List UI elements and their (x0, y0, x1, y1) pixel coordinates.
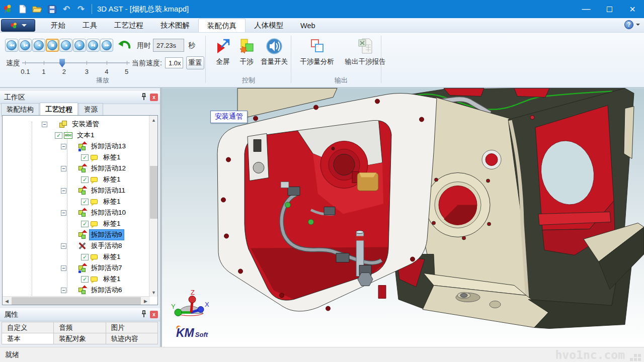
tree-item-icon (90, 220, 100, 228)
playback-button-step-back[interactable]: ◀ (32, 39, 45, 52)
horizontal-scroll-thumb[interactable] (12, 297, 141, 305)
ribbon-tab[interactable]: Web (292, 19, 324, 32)
tree-item[interactable]: 标签1 (3, 251, 148, 262)
pin-icon[interactable] (140, 93, 147, 101)
help-caret-icon[interactable] (636, 24, 640, 26)
close-button[interactable]: × (621, 0, 644, 18)
volume-toggle-button[interactable]: 音量开关 (258, 37, 291, 76)
tree-item[interactable]: 标签1 (3, 174, 148, 185)
tree-item[interactable]: 标签1 (3, 218, 148, 229)
tree-horizontal-scrollbar[interactable]: ◀ ▶ (3, 296, 150, 305)
expander-icon[interactable] (61, 243, 69, 249)
status-bar: 就绪 hvo1nc.com (0, 347, 644, 362)
undo-icon[interactable]: ↶ (60, 3, 73, 16)
tree-item-icon (90, 198, 100, 206)
tree-item[interactable]: 安装通管 (3, 119, 148, 130)
properties-tabs: 自定义音频图片基本装配对象轨迹内容 (2, 322, 158, 344)
cad-model: Z X Y (162, 88, 644, 347)
minimize-button[interactable]: — (575, 0, 598, 18)
properties-tab[interactable]: 自定义 (2, 322, 54, 333)
3d-viewport[interactable]: Z X Y 安装通管 KMSoft (162, 88, 644, 347)
tree-item[interactable]: 标签1 (3, 152, 148, 163)
checkbox-icon[interactable] (81, 154, 89, 161)
scroll-up-icon[interactable]: ▲ (149, 116, 158, 124)
interference-button[interactable]: 干涉 (235, 37, 258, 76)
playback-button-skip-start[interactable]: ▮◀ (19, 39, 32, 52)
help-icon[interactable]: ? (624, 20, 633, 29)
loop-arrow-icon (118, 39, 131, 51)
properties-tab[interactable]: 基本 (2, 333, 54, 344)
playback-button-skip-end[interactable]: ▶▮ (87, 39, 100, 52)
expander-icon[interactable] (61, 166, 69, 171)
vertical-scroll-thumb[interactable] (150, 166, 157, 219)
app-menu-button[interactable] (1, 19, 35, 32)
expander-icon[interactable] (61, 188, 69, 194)
tree-item[interactable]: 拆卸活动13 (3, 141, 148, 152)
pin-icon[interactable] (140, 310, 147, 318)
checkbox-icon[interactable] (81, 199, 89, 205)
tree-item[interactable]: 拆卸活动11 (3, 185, 148, 196)
tree-item[interactable]: 标签1 (3, 274, 148, 285)
expander-icon[interactable] (61, 288, 69, 293)
watermark-grid-icon (634, 354, 637, 357)
checkbox-icon[interactable] (81, 254, 89, 260)
ribbon-tab[interactable]: 装配仿真 (198, 19, 246, 32)
playback-button-play[interactable]: ▶ (73, 39, 86, 52)
playback-button-pause[interactable]: ▮▮ (46, 39, 59, 52)
expander-icon[interactable] (61, 265, 69, 271)
ribbon-tab[interactable]: 技术图解 (152, 19, 198, 32)
workspace-close-icon[interactable]: x (150, 94, 158, 101)
checkbox-icon[interactable] (81, 276, 89, 283)
scroll-right-icon[interactable]: ▶ (141, 297, 150, 305)
new-file-icon[interactable] (16, 3, 29, 16)
playback-button-stop[interactable]: ■ (59, 39, 72, 52)
slider-thumb[interactable] (59, 59, 65, 67)
checkbox-icon[interactable] (81, 176, 89, 183)
workspace-tab[interactable]: 资源 (78, 103, 103, 117)
export-report-button[interactable]: 输出干涉报告 (340, 37, 390, 76)
fullscreen-button[interactable]: 全屏 (211, 37, 234, 76)
ribbon-tab[interactable]: 开始 (42, 19, 74, 32)
workspace-tab[interactable]: 工艺过程 (40, 103, 78, 116)
ribbon-tab[interactable]: 工艺过程 (106, 19, 152, 32)
expander-icon[interactable] (61, 210, 69, 216)
properties-tab[interactable]: 装配对象 (53, 333, 106, 344)
tree-item[interactable]: 扳手活动8 (3, 240, 148, 251)
slider-track[interactable] (22, 62, 130, 63)
reset-button[interactable]: 重置 (186, 56, 204, 69)
tree-item[interactable]: 拆卸活动12 (3, 163, 148, 174)
expander-icon[interactable] (61, 144, 69, 149)
save-icon[interactable] (45, 3, 58, 16)
properties-tab[interactable]: 轨迹内容 (106, 333, 158, 344)
status-ready-text: 就绪 (5, 350, 19, 359)
ribbon-tab[interactable]: 工具 (74, 19, 106, 32)
tree-item-label: 扳手活动8 (90, 241, 124, 251)
tree-item[interactable]: 文本1 (3, 130, 148, 141)
properties-close-icon[interactable]: x (150, 311, 158, 318)
playback-button-rewind[interactable]: ◀◀ (5, 39, 18, 52)
tree-item[interactable]: 拆卸活动7 (3, 262, 148, 274)
ribbon-tab[interactable]: 人体模型 (246, 19, 292, 32)
interference-analysis-button[interactable]: 干涉量分析 (295, 37, 339, 76)
expander-icon[interactable] (42, 122, 50, 127)
scroll-down-icon[interactable]: ▼ (149, 288, 158, 297)
scroll-left-icon[interactable]: ◀ (3, 297, 11, 305)
redo-icon[interactable]: ↷ (74, 3, 88, 16)
tree-item[interactable]: 拆卸活动9 (3, 229, 148, 240)
properties-tab[interactable]: 图片 (106, 322, 158, 333)
tree-vertical-scrollbar[interactable]: ▲ ▼ (149, 116, 157, 297)
workspace-tab[interactable]: 装配结构 (1, 103, 39, 117)
speed-tick-label: 1 (42, 68, 45, 75)
tree-item[interactable]: 拆卸活动10 (3, 207, 148, 218)
tree-item-icon (78, 242, 88, 250)
tree-item[interactable]: 拆卸活动6 (3, 285, 148, 296)
playback-button-fast-forward[interactable]: ▶▶ (100, 39, 113, 52)
properties-tab[interactable]: 音频 (53, 322, 106, 333)
maximize-button[interactable] (598, 0, 621, 18)
tree-item[interactable]: 标签1 (3, 196, 148, 207)
checkbox-icon[interactable] (55, 132, 62, 139)
loop-button[interactable] (117, 39, 132, 52)
checkbox-icon[interactable] (81, 221, 89, 227)
open-file-icon[interactable] (31, 3, 44, 16)
speed-slider[interactable] (22, 58, 130, 68)
